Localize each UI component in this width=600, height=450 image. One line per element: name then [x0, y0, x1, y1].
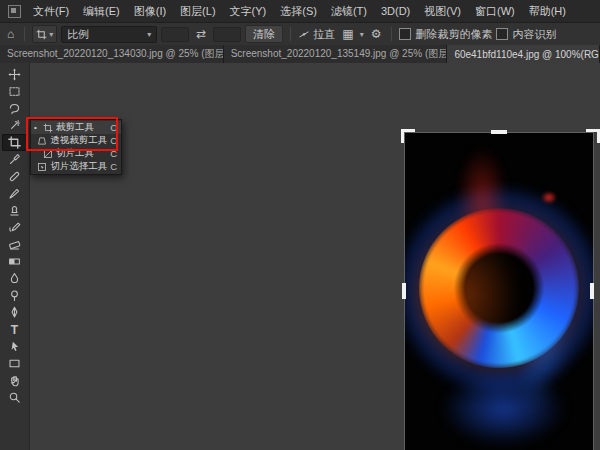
menu-type[interactable]: 文字(Y) [223, 0, 274, 22]
rectangle-shape-tool[interactable] [2, 355, 27, 372]
type-tool[interactable]: T [2, 321, 27, 338]
menu-image[interactable]: 图像(I) [127, 0, 173, 22]
shortcut-key: C [110, 122, 117, 133]
brush-tool[interactable] [2, 185, 27, 202]
hand-tool[interactable] [2, 372, 27, 389]
eyedropper-tool[interactable] [2, 151, 27, 168]
flyout-item-slice-tool[interactable]: 切片工具 C [31, 147, 121, 160]
chevron-down-icon: ▾ [147, 30, 151, 39]
menu-select[interactable]: 选择(S) [273, 0, 324, 22]
delete-cropped-pixels-checkbox[interactable] [399, 28, 411, 40]
straighten-button[interactable]: 拉直 [298, 27, 335, 42]
clear-button[interactable]: 清除 [245, 25, 283, 43]
crop-ratio-select[interactable]: 比例 ▾ [61, 26, 157, 43]
eraser-tool[interactable] [2, 236, 27, 253]
crop-height-field[interactable] [213, 27, 241, 42]
chevron-down-icon: ▾ [49, 30, 53, 39]
flyout-item-crop-tool[interactable]: • 裁剪工具 C [31, 121, 121, 134]
straighten-icon [298, 28, 310, 40]
delete-cropped-pixels-option[interactable]: 删除裁剪的像素 [399, 27, 492, 42]
chevron-down-icon: ▾ [360, 30, 364, 39]
crop-handle-top-left[interactable] [401, 129, 415, 143]
document-image [405, 133, 593, 450]
tab-label: Screenshot_20220120_134030.jpg @ 25% (图层… [7, 47, 224, 61]
menu-bar: 文件(F) 编辑(E) 图像(I) 图层(L) 文字(Y) 选择(S) 滤镜(T… [0, 0, 600, 22]
zoom-tool[interactable] [2, 389, 27, 406]
rectangular-marquee-tool[interactable] [2, 83, 27, 100]
swap-dimensions-icon[interactable]: ⇄ [193, 24, 209, 44]
flyout-item-label: 透视裁剪工具 [50, 134, 107, 147]
document-tab-1[interactable]: Screenshot_20220120_134030.jpg @ 25% (图层… [0, 45, 224, 63]
crop-handle-top-middle[interactable] [491, 130, 507, 134]
delete-cropped-pixels-label: 删除裁剪的像素 [415, 27, 492, 42]
magic-wand-tool[interactable] [2, 117, 27, 134]
flyout-item-label: 切片选择工具 [50, 160, 107, 173]
pen-tool[interactable] [2, 304, 27, 321]
menu-help[interactable]: 帮助(H) [522, 0, 573, 22]
divider [24, 27, 25, 41]
crop-settings-gear-icon[interactable]: ⚙ [368, 24, 385, 44]
slice-select-icon [37, 162, 47, 172]
crop-handle-top-right[interactable] [586, 129, 600, 143]
divider [391, 27, 392, 41]
crop-handle-right-middle[interactable] [590, 283, 594, 299]
document-tab-2[interactable]: Screenshot_20220120_135149.jpg @ 25% (图层… [224, 45, 448, 63]
gradient-tool[interactable] [2, 253, 27, 270]
red-butterfly [541, 191, 557, 204]
slice-icon [43, 149, 53, 159]
home-icon[interactable]: ⌂ [4, 24, 17, 44]
menu-view[interactable]: 视图(V) [417, 0, 468, 22]
fire-ice-vortex [419, 208, 579, 368]
menu-edit[interactable]: 编辑(E) [76, 0, 127, 22]
document-tab-bar: Screenshot_20220120_134030.jpg @ 25% (图层… [0, 45, 600, 63]
crop-ratio-label: 比例 [67, 27, 89, 42]
overlay-grid-icon: ▦ [339, 24, 356, 44]
menu-filter[interactable]: 滤镜(T) [324, 0, 374, 22]
crop-tool-flyout-menu: • 裁剪工具 C 透视裁剪工具 C 切片工具 C 切片选择工具 C [30, 119, 122, 175]
overlay-options-button[interactable]: ▦ ▾ [339, 24, 363, 44]
blue-splash [441, 371, 566, 446]
straighten-label: 拉直 [313, 27, 335, 42]
crop-handle-left-middle[interactable] [402, 283, 406, 299]
type-tool-glyph: T [11, 323, 18, 337]
spot-healing-brush-tool[interactable] [2, 168, 27, 185]
menu-window[interactable]: 窗口(W) [468, 0, 522, 22]
tab-label: Screenshot_20220120_135149.jpg @ 25% (图层… [231, 47, 448, 61]
crop-icon [43, 123, 53, 133]
crop-tool[interactable] [2, 134, 27, 151]
history-brush-tool[interactable] [2, 219, 27, 236]
flyout-item-label: 裁剪工具 [56, 121, 94, 134]
shortcut-key: C [110, 135, 117, 146]
flyout-item-perspective-crop-tool[interactable]: 透视裁剪工具 C [31, 134, 121, 147]
shortcut-key: C [110, 161, 117, 172]
tool-preset-button[interactable]: ▾ [32, 25, 57, 43]
app-icon [8, 5, 21, 18]
dodge-tool[interactable] [2, 287, 27, 304]
menu-3d[interactable]: 3D(D) [374, 0, 417, 22]
clone-stamp-tool[interactable] [2, 202, 27, 219]
move-tool[interactable] [2, 66, 27, 83]
selected-bullet-icon: • [34, 123, 40, 132]
blur-tool[interactable] [2, 270, 27, 287]
perspective-crop-icon [37, 136, 47, 146]
path-selection-tool[interactable] [2, 338, 27, 355]
flyout-item-slice-select-tool[interactable]: 切片选择工具 C [31, 160, 121, 173]
menu-file[interactable]: 文件(F) [26, 0, 76, 22]
tools-panel: T [0, 63, 30, 450]
lasso-tool[interactable] [2, 100, 27, 117]
tool-options-bar: ⌂ ▾ 比例 ▾ ⇄ 清除 拉直 ▦ ▾ ⚙ 删除裁剪的像素 内 [0, 22, 600, 46]
crop-width-field[interactable] [161, 27, 189, 42]
content-aware-label: 内容识别 [512, 27, 556, 42]
divider [290, 27, 291, 41]
document-tab-3[interactable]: 60e41bfd110e4.jpg @ 100%(RGB/8#) * × [447, 45, 600, 63]
shortcut-key: C [110, 148, 117, 159]
crop-icon [36, 29, 47, 40]
menu-layer[interactable]: 图层(L) [173, 0, 222, 22]
tab-label: 60e41bfd110e4.jpg @ 100%(RGB/8#) * [454, 49, 600, 60]
flyout-item-label: 切片工具 [56, 147, 94, 160]
content-aware-checkbox[interactable] [496, 28, 508, 40]
photoshop-window: 文件(F) 编辑(E) 图像(I) 图层(L) 文字(Y) 选择(S) 滤镜(T… [0, 0, 600, 450]
content-aware-option[interactable]: 内容识别 [496, 27, 556, 42]
